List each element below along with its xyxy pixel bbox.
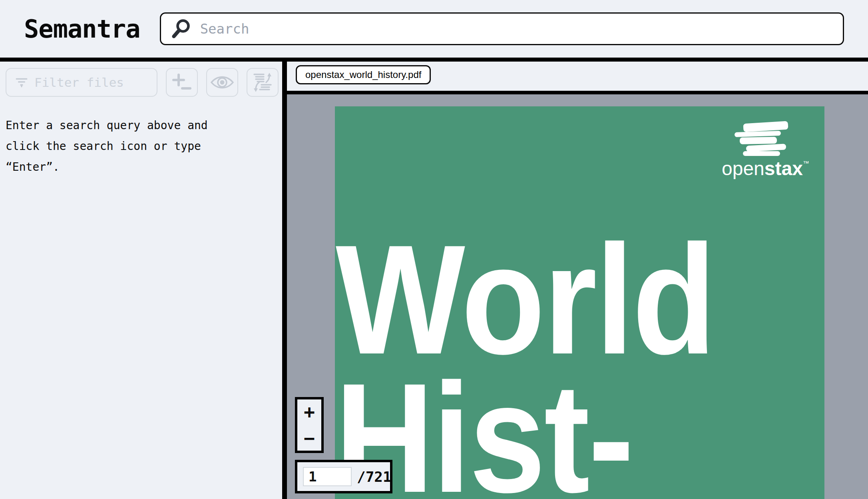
app-logo: Semantra [24,14,140,44]
openstax-logo-bar [740,137,777,144]
main-panel: openstax_world_history.pdf openstax™ Wor… [287,62,868,499]
zoom-in-button[interactable]: + [304,403,315,421]
filter-icon [15,77,28,88]
app-header: Semantra [0,0,868,58]
tab-bar-divider [287,91,868,94]
pdf-page-cover: openstax™ World Hist- [335,106,824,499]
filter-box [6,68,157,97]
search-input[interactable] [200,17,843,41]
openstax-wordmark-stax: stax [764,158,803,179]
search-bar [160,12,844,45]
sort-sync-icon [252,73,273,92]
eye-icon [210,74,234,90]
pdf-viewport[interactable]: openstax™ World Hist- + − /721 [287,94,868,499]
app-window: Semantra [0,0,868,499]
zoom-out-button[interactable]: − [304,429,315,447]
page-navigation: /721 [295,460,392,493]
sidebar-divider [282,62,287,499]
preview-toggle-button[interactable] [206,68,238,97]
openstax-logo-bar [743,151,780,156]
add-remove-files-button[interactable] [166,68,198,97]
openstax-logo-bar [746,144,786,152]
page-total-label: /721 [357,469,392,485]
page-number-input[interactable] [303,467,352,486]
openstax-wordmark-open: open [722,158,764,179]
filter-files-input[interactable] [34,75,154,90]
search-icon[interactable] [171,18,191,39]
file-tab[interactable]: openstax_world_history.pdf [296,65,431,84]
trademark-symbol: ™ [803,160,809,167]
header-divider [0,58,868,62]
tab-bar: openstax_world_history.pdf [287,62,868,91]
sidebar-toolbar [6,68,282,97]
plus-minus-icon [172,74,191,91]
search-instructions: Enter a search query above and click the… [6,115,237,178]
openstax-logo-bar [743,121,788,132]
sidebar: Enter a search query above and click the… [0,62,282,499]
zoom-controls: + − [295,397,324,453]
openstax-wordmark: openstax™ [722,159,809,178]
sort-order-button[interactable] [247,68,279,97]
openstax-logo-bar [735,131,781,137]
content-area: Enter a search query above and click the… [0,62,868,499]
